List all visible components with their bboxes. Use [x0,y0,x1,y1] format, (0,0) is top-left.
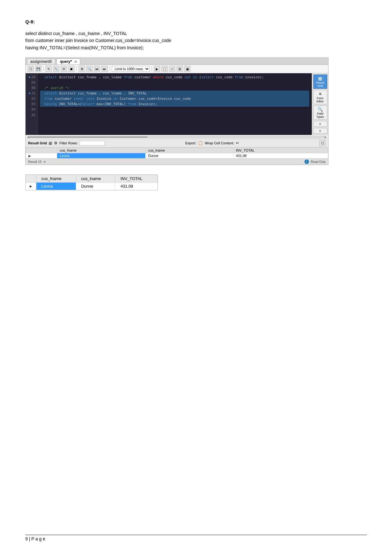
tb-new-icon[interactable]: ☐ [27,66,34,72]
tb-grid-icon[interactable]: ⊞ [177,66,183,72]
tb-clipboard-icon[interactable]: 📋 [161,66,168,72]
tb-divider4 [152,66,152,71]
scroll-track[interactable] [29,136,325,138]
horizontal-scrollbar[interactable]: ◀ ▶ [26,135,328,139]
tab-close-icon[interactable]: ✕ [74,60,77,63]
field-types-icon: 🔍 [314,107,326,112]
line-32: 32 [27,96,35,101]
up-icon: ∧ [319,122,321,125]
tb-edit-icon[interactable]: ✎ [45,66,52,72]
tb-prev-icon[interactable]: ⏮ [94,66,100,72]
status-info-icon: i [305,160,309,164]
code-line-33: having INV_TOTAL=(Select max(INV_TOTAL) … [40,101,309,107]
page-label: | P a g e [29,536,45,541]
row-arrow: ▶ [26,153,57,159]
down-icon: ∨ [319,129,321,132]
code-line-34 [40,107,309,112]
filter-rows-label: Filter Rows: [59,141,78,145]
standalone-table: cus_fname cus_lname INV_TOTAL ▶ Leona Du… [26,175,158,190]
sidebar-field-types[interactable]: 🔍 FieldTypes [313,105,327,120]
result-tab-close[interactable]: ✕ [43,160,46,164]
line-numbers: 28 29 30 31 32 33 34 35 [26,73,38,135]
tab-query[interactable]: query* ✕ [57,58,80,64]
standalone-col-arrow [26,175,36,183]
result-grid-toolbar-icon: ⊞ [49,141,52,146]
standalone-row: ▶ Leona Dunne 431.08 [26,183,158,190]
limit-select[interactable]: Limit to 1000 rows [112,66,150,72]
tb-divider1 [43,66,44,71]
editor-area: 28 29 30 31 32 33 34 35 select distinct … [26,73,328,135]
export-icon[interactable]: 📋 [198,141,203,145]
question-label: Q-8: [25,19,367,24]
tb-save-icon[interactable]: 💾 [35,66,41,72]
col-inv-total: INV_TOTAL [233,148,328,153]
sidebar-down[interactable]: ∨ [313,128,327,134]
line-35: 35 [27,112,35,118]
form-editor-label: FormEditor [317,97,324,103]
tb-wrench-icon[interactable]: 🔧 [53,66,59,72]
code-line-29 [40,80,309,85]
scroll-thumb [29,136,148,138]
code-editor[interactable]: 28 29 30 31 32 33 34 35 select distinct … [26,73,312,135]
sql-line3: having INV_TOTAL=(Select max(INV_TOTAL) … [25,44,367,51]
readonly-label: Read Only [311,160,326,164]
filter-rows-icon: ⚙ [54,141,57,145]
standalone-col-lname: cus_lname [76,175,115,183]
standalone-result-table: cus_fname cus_lname INV_TOTAL ▶ Leona Du… [25,174,158,190]
sidebar-result-grid[interactable]: ▦ ResultGrid [313,75,327,89]
editor-toolbar: ☐ 💾 ✎ 🔧 ⟳ ⏹ ⚙ 🔍 ⏮ ⏭ Limit to 1000 rows ▶… [26,65,328,73]
statusbar: Result 15 ✕ i Read Only [26,159,328,165]
standalone-cell-invtotal: 431.08 [115,183,158,190]
cell-cus-fname: Leona [57,153,145,159]
cell-cus-lname: Dunne [146,153,233,159]
field-types-label: FieldTypes [316,112,324,118]
tb-stop-icon[interactable]: ⏹ [68,66,75,72]
export-label: Export: [185,141,196,145]
code-line-28: select distinct cus_fname , cus_lname fr… [40,75,309,80]
tab-assignment5[interactable]: assignment5 [27,58,55,64]
sql-description: select distinct cus_fname , cus_lname , … [25,30,367,51]
line-28: 28 [27,75,35,80]
tb-divider2 [76,66,77,71]
col-arrow-header [26,148,57,153]
result-toolbar-square-btn[interactable]: ☐ [319,140,326,146]
page-number: 9 [25,536,28,541]
line-29: 29 [27,80,35,85]
tab-bar: assignment5 query* ✕ [26,58,328,65]
right-sidebar: ▦ ResultGrid ≡ FormEditor 🔍 FieldTypes ∧… [312,73,328,135]
page-footer: 9 | P a g e [25,536,45,541]
line-33: 33 [27,101,35,107]
code-line-30: /* query8 */ [40,85,309,91]
sql-line1: select distinct cus_fname , cus_lname , … [25,30,367,37]
cell-inv-total: 431.08 [233,153,328,159]
col-cus-fname: cus_fname [57,148,145,153]
tb-run-icon[interactable]: ▶ [154,66,160,72]
tb-next-icon[interactable]: ⏭ [101,66,108,72]
workbench-window: assignment5 query* ✕ ☐ 💾 ✎ 🔧 ⟳ ⏹ ⚙ 🔍 ⏮ ⏭… [25,57,329,165]
sidebar-form-editor[interactable]: ≡ FormEditor [313,90,327,104]
col-cus-lname: cus_lname [146,148,233,153]
filter-rows-input[interactable] [80,141,105,146]
result-tab-label[interactable]: Result 15 [28,160,41,164]
form-editor-icon: ≡ [314,91,326,96]
line-34: 34 [27,107,35,112]
sql-line2: from customer inner join Invoice on Cust… [25,37,367,44]
tb-refresh-icon[interactable]: ⟳ [61,66,67,72]
tb-search-icon[interactable]: 🔍 [86,66,93,72]
result-grid-area: cus_fname cus_lname INV_TOTAL ▶ Leona Du… [26,148,328,159]
scroll-right-arrow[interactable]: ▶ [325,135,327,139]
result-grid-icon: ▦ [314,76,326,81]
sidebar-up[interactable]: ∧ [313,121,327,127]
scroll-left-arrow[interactable]: ◀ [27,135,29,139]
standalone-col-fname: cus_fname [36,175,76,183]
wrap-icon[interactable]: ↵ [236,141,239,145]
footer-divider [25,535,367,535]
code-line-32: from customer inner join Invoice on Cust… [40,96,309,101]
tb-check-icon[interactable]: ✓ [169,66,175,72]
result-grid-label: ResultGrid [316,81,324,87]
table-row: ▶ Leona Dunne 431.08 [26,153,328,159]
tb-db-icon[interactable]: ⚙ [79,66,85,72]
standalone-cell-lname: Dunne [76,183,115,190]
tb-layout-icon[interactable]: ▣ [184,66,190,72]
line-30: 30 [27,85,35,91]
